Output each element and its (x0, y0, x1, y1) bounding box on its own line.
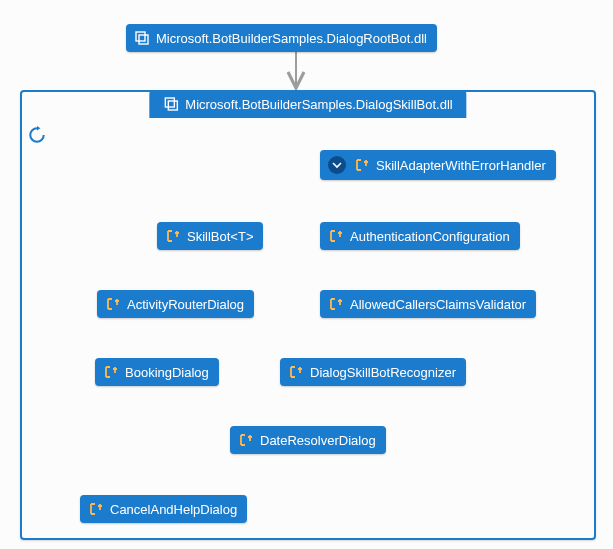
assembly-icon (163, 96, 179, 112)
class-icon (354, 157, 370, 173)
class-icon (88, 501, 104, 517)
class-icon (165, 228, 181, 244)
node-label: DialogSkillBotRecognizer (310, 365, 456, 380)
refresh-icon[interactable] (28, 126, 46, 147)
svg-rect-1 (139, 35, 148, 44)
diagram-canvas: Microsoft.BotBuilderSamples.DialogRootBo… (0, 0, 613, 549)
node-booking-dialog[interactable]: BookingDialog (95, 358, 219, 386)
node-cancel-help[interactable]: CancelAndHelpDialog (80, 495, 247, 523)
class-icon (103, 364, 119, 380)
container-label: Microsoft.BotBuilderSamples.DialogSkillB… (185, 97, 452, 112)
node-label: BookingDialog (125, 365, 209, 380)
class-icon (288, 364, 304, 380)
node-activity-router[interactable]: ActivityRouterDialog (97, 290, 254, 318)
node-root-dll[interactable]: Microsoft.BotBuilderSamples.DialogRootBo… (126, 24, 437, 52)
node-label: ActivityRouterDialog (127, 297, 244, 312)
node-date-resolver[interactable]: DateResolverDialog (230, 426, 386, 454)
node-label: AllowedCallersClaimsValidator (350, 297, 526, 312)
node-auth-config[interactable]: AuthenticationConfiguration (320, 222, 520, 250)
svg-rect-2 (165, 98, 174, 107)
node-label: DateResolverDialog (260, 433, 376, 448)
chevron-down-icon[interactable] (328, 156, 346, 174)
container-header[interactable]: Microsoft.BotBuilderSamples.DialogSkillB… (149, 90, 466, 118)
node-label: AuthenticationConfiguration (350, 229, 510, 244)
class-icon (105, 296, 121, 312)
node-recognizer[interactable]: DialogSkillBotRecognizer (280, 358, 466, 386)
node-label: SkillBot<T> (187, 229, 253, 244)
assembly-icon (134, 30, 150, 46)
class-icon (328, 296, 344, 312)
node-skillbot[interactable]: SkillBot<T> (157, 222, 263, 250)
class-icon (328, 228, 344, 244)
svg-rect-3 (168, 101, 177, 110)
svg-rect-0 (136, 32, 145, 41)
node-label: Microsoft.BotBuilderSamples.DialogRootBo… (156, 31, 427, 46)
node-allowed-callers[interactable]: AllowedCallersClaimsValidator (320, 290, 536, 318)
node-skill-adapter[interactable]: SkillAdapterWithErrorHandler (320, 150, 556, 180)
node-label: SkillAdapterWithErrorHandler (376, 158, 546, 173)
node-label: CancelAndHelpDialog (110, 502, 237, 517)
class-icon (238, 432, 254, 448)
